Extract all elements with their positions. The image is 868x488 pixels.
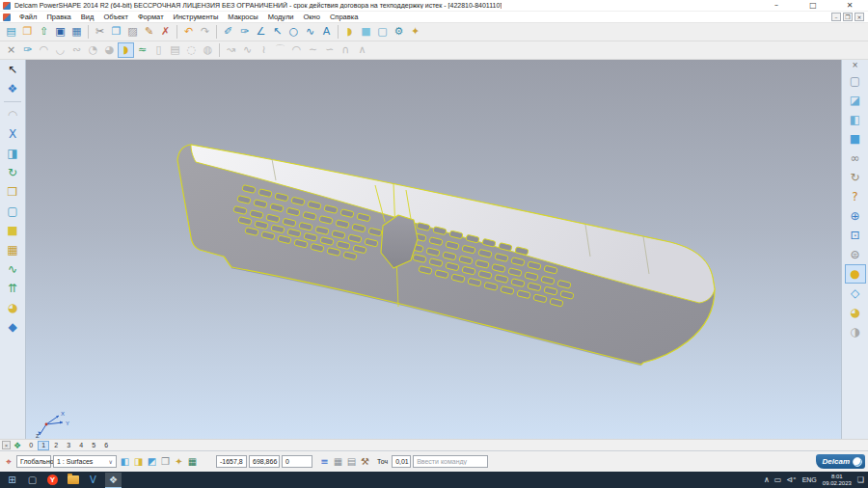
create-curve-button[interactable]: ∿ xyxy=(302,24,318,40)
close-button[interactable]: ✕ xyxy=(831,0,868,12)
new-model-button[interactable]: ▤ xyxy=(3,24,19,40)
level-tab-3[interactable]: 3 xyxy=(63,441,74,450)
assembly-gears-button[interactable]: ⚙ xyxy=(391,24,407,40)
cut-button[interactable]: ✂ xyxy=(92,24,108,40)
shaded-view-button[interactable]: ● xyxy=(845,264,866,284)
surface-wizard-button[interactable]: ✑ xyxy=(19,42,36,58)
levels-close-button[interactable]: × xyxy=(2,441,11,449)
menu-item[interactable]: Модули xyxy=(263,12,299,23)
delete-button[interactable]: ✗ xyxy=(157,24,174,40)
command-input[interactable] xyxy=(413,455,488,468)
create-arc-button[interactable]: ○ xyxy=(285,24,302,40)
copy-button[interactable]: ❐ xyxy=(108,24,124,40)
start-taskbar-button[interactable]: ⊞ xyxy=(4,473,20,487)
print-button[interactable]: ▦ xyxy=(68,24,85,40)
copy-objects-button[interactable]: ❒ xyxy=(2,182,23,202)
app-v-taskbar-button[interactable]: V xyxy=(85,473,101,487)
extrude-up-button[interactable]: ⇈ xyxy=(2,279,23,298)
curve-morph-button[interactable]: ∿ xyxy=(2,259,23,279)
app-window-taskbar-button[interactable]: ▢ xyxy=(24,473,41,487)
create-workplane-button[interactable]: ∠ xyxy=(253,24,269,40)
save-model-button[interactable]: ▣ xyxy=(52,24,68,40)
iso-wire-cube-button[interactable]: ▢ xyxy=(845,71,866,91)
mdi-minimize-button[interactable]: – xyxy=(831,13,841,21)
maximize-button[interactable]: □ xyxy=(795,0,831,12)
create-feature-button[interactable]: ▢ xyxy=(374,24,391,40)
open-model-button[interactable]: ❐ xyxy=(19,24,36,40)
wireframe-view-button[interactable]: ◇ xyxy=(845,284,866,303)
menu-item[interactable]: Объект xyxy=(98,12,133,23)
coord-y-field[interactable]: 698,866 xyxy=(249,455,280,468)
zoom-full-button[interactable]: ⊕ xyxy=(845,206,866,226)
render-bulb-button[interactable]: ◑ xyxy=(845,322,866,341)
create-solid-button[interactable]: ■ xyxy=(358,24,374,40)
dynamic-rotate-button[interactable]: ↻ xyxy=(845,168,866,187)
cone-view-button[interactable]: ◆ xyxy=(2,317,23,337)
mdi-restore-button[interactable]: ❐ xyxy=(843,13,853,21)
create-surface-button[interactable]: ◗ xyxy=(341,24,358,40)
undo-button[interactable]: ↶ xyxy=(180,24,197,40)
tray-volume-muted-icon[interactable]: ⊲ˣ xyxy=(786,475,796,484)
level-cube-mixed-button[interactable]: ◩ xyxy=(146,455,158,469)
dynamic-section-button[interactable]: ◕ xyxy=(845,303,866,322)
level-tab-0[interactable]: 0 xyxy=(25,441,37,450)
mirror-box-button[interactable]: ◨ xyxy=(2,144,23,163)
redo-button[interactable]: ↷ xyxy=(197,24,213,40)
iso-cube-shaded-button[interactable]: ◧ xyxy=(845,110,866,129)
intelligent-cursor-button[interactable]: ⚒ xyxy=(359,455,371,469)
viewport-3d[interactable]: X Y Z xyxy=(26,60,841,439)
zoom-window-button[interactable]: ⊡ xyxy=(845,226,866,245)
menu-item[interactable]: Инструменты xyxy=(169,12,224,23)
level-tab-2[interactable]: 2 xyxy=(50,441,62,450)
menu-item[interactable]: Формат xyxy=(133,12,169,23)
solid-box-button[interactable]: ■ xyxy=(2,221,23,240)
menu-item[interactable]: Макросы xyxy=(223,12,262,23)
coord-z-field[interactable]: 0 xyxy=(282,455,312,468)
smart-surfacer-button[interactable]: ◗ xyxy=(118,42,134,58)
axis-align-button[interactable]: X xyxy=(2,124,23,144)
half-sphere-button[interactable]: ◕ xyxy=(2,298,23,317)
menu-item[interactable]: Справка xyxy=(325,12,363,23)
wireframe-box-button[interactable]: ▢ xyxy=(2,202,23,221)
action-center-icon[interactable]: ❏ xyxy=(857,475,864,484)
level-select[interactable]: 1 : Surfaces ∨ xyxy=(53,455,117,468)
calculator-button[interactable]: ▦ xyxy=(332,455,344,469)
keyboard-input-button[interactable]: ▤ xyxy=(345,455,358,469)
coord-x-field[interactable]: -1657,8 xyxy=(216,455,247,468)
edit-pencils-button[interactable]: ✎ xyxy=(141,24,157,40)
mdi-close-button[interactable]: × xyxy=(854,13,864,21)
taskbar-clock[interactable]: 8:01 09.02.2023 xyxy=(823,474,852,487)
select-cursor-button[interactable]: ↖ xyxy=(2,60,23,79)
workplane-select[interactable]: Глобально ∨ xyxy=(16,455,51,468)
solid-cube-view-button[interactable]: ■ xyxy=(845,129,866,149)
clipboard-cube-button[interactable]: ❐ xyxy=(159,455,172,469)
pattern-boxes-button[interactable]: ▦ xyxy=(2,240,23,259)
cube-wizard-button[interactable]: ✦ xyxy=(173,455,185,469)
rotate-object-button[interactable]: ↻ xyxy=(2,163,23,182)
import-model-button[interactable]: ⇧ xyxy=(36,24,52,40)
iso-cube-bottom-button[interactable]: ◪ xyxy=(845,91,866,110)
zoom-help-button[interactable]: ? xyxy=(845,187,866,206)
paint-surface-button[interactable]: ✑ xyxy=(236,24,253,40)
tray-expand-icon[interactable]: ∧ xyxy=(764,475,770,484)
level-tab-1[interactable]: 1 xyxy=(38,441,49,450)
wizard-button[interactable]: ✦ xyxy=(407,24,423,40)
globe-view-button[interactable]: ⊜ xyxy=(845,245,866,264)
grid-snap-button[interactable]: ▦ xyxy=(186,455,199,469)
language-indicator[interactable]: ENG xyxy=(802,476,817,483)
level-tab-4[interactable]: 4 xyxy=(75,441,87,450)
menu-item[interactable]: Файл xyxy=(14,12,41,23)
tolerance-field[interactable]: 0,01 xyxy=(392,455,411,468)
minimize-button[interactable]: – xyxy=(758,0,795,12)
level-tab-5[interactable]: 5 xyxy=(88,441,99,450)
create-arrow-button[interactable]: ↖ xyxy=(269,24,285,40)
item-list-button[interactable]: ≡ xyxy=(318,455,331,469)
close-views-button[interactable]: × xyxy=(845,60,866,71)
paste-button[interactable]: ▨ xyxy=(124,24,141,40)
file-explorer-taskbar-button[interactable] xyxy=(65,473,81,487)
move-transform-button[interactable]: ❖ xyxy=(2,79,23,98)
level-tab-6[interactable]: 6 xyxy=(100,441,112,450)
menu-item[interactable]: Правка xyxy=(41,12,75,23)
powershape-app-taskbar-button[interactable]: ❖ xyxy=(105,473,122,488)
level-cube-yellow-button[interactable]: ◨ xyxy=(132,455,145,469)
